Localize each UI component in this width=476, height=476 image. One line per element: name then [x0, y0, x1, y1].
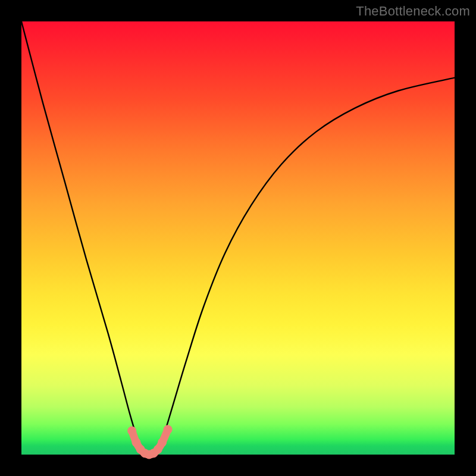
- optimal-zone-dots: [127, 425, 172, 459]
- plot-area: [21, 21, 455, 455]
- optimal-dot: [127, 426, 136, 435]
- optimal-dot: [164, 425, 173, 434]
- optimal-dot: [158, 438, 167, 447]
- watermark-text: TheBottleneck.com: [356, 4, 470, 19]
- bottleneck-curve: [21, 21, 455, 455]
- bottleneck-curve-svg: [21, 21, 455, 455]
- chart-frame: TheBottleneck.com: [0, 0, 476, 476]
